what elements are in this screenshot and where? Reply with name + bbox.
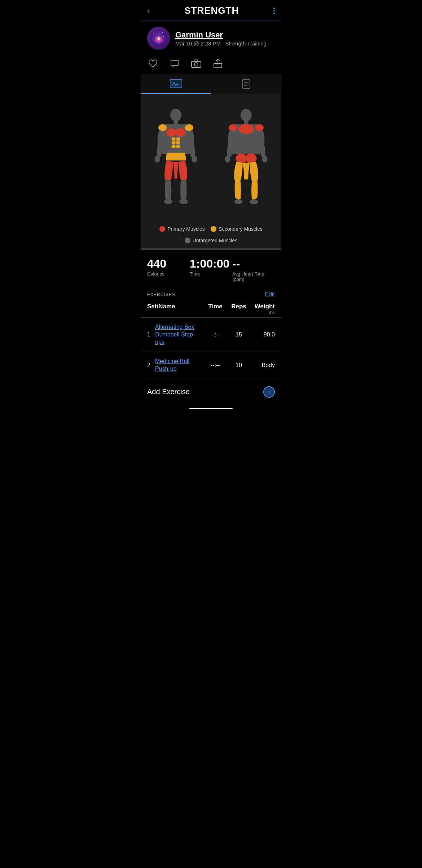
tabs [141, 74, 281, 94]
edit-button[interactable]: Edit [265, 291, 275, 298]
svg-rect-21 [174, 121, 178, 124]
svg-point-23 [176, 128, 185, 137]
user-name[interactable]: Garmin User [175, 30, 267, 40]
svg-point-31 [185, 124, 193, 131]
svg-point-32 [154, 156, 160, 163]
svg-text:✦: ✦ [162, 31, 163, 34]
add-exercise-button[interactable]: + [263, 386, 275, 398]
table-row: 1 Alternating Box Dumbbell Step-ups --:-… [141, 318, 281, 352]
svg-point-38 [238, 124, 254, 134]
svg-point-36 [241, 109, 252, 122]
svg-point-46 [250, 199, 258, 204]
svg-point-7 [158, 38, 160, 40]
row-weight-2: Body [250, 362, 275, 369]
row-reps-2: 10 [228, 362, 250, 369]
col-header-time: Time [203, 303, 228, 315]
svg-rect-27 [176, 141, 180, 145]
svg-point-44 [246, 154, 257, 163]
hr-value: -- [232, 257, 275, 270]
svg-point-41 [225, 156, 230, 163]
svg-point-40 [255, 124, 264, 131]
row-num-2: 2 [147, 362, 155, 369]
tab-activity[interactable] [141, 74, 211, 94]
exercises-title: EXERCISES [147, 292, 175, 297]
col-header-reps: Reps [228, 303, 250, 315]
calories-label: Calories [147, 271, 190, 277]
svg-point-30 [158, 124, 167, 131]
secondary-dot [211, 226, 216, 232]
svg-point-34 [164, 199, 172, 204]
stat-time: 1:00:00 Time [190, 257, 232, 282]
svg-text:✦: ✦ [153, 33, 155, 35]
front-body-figure [148, 103, 204, 219]
header: ‹ STRENGTH [141, 0, 281, 21]
user-section: ✦ ✦ ✦ Garmin User Mar 10 @ 2:28 PM · Str… [141, 21, 281, 56]
table-row: 2 Medicine Ball Push-up --:-- 10 Body [141, 352, 281, 379]
svg-point-43 [236, 154, 247, 163]
add-exercise-label: Add Exercise [147, 388, 190, 396]
svg-point-45 [234, 199, 243, 204]
muscle-legend: Primary Muscles Secondary Muscles Untarg… [141, 222, 281, 245]
svg-rect-24 [172, 137, 176, 141]
user-meta: Mar 10 @ 2:28 PM · Strength Training [175, 40, 267, 47]
row-num-1: 1 [147, 331, 155, 338]
row-weight-1: 90.0 [250, 331, 275, 338]
action-bar [141, 56, 281, 74]
row-reps-1: 15 [228, 331, 250, 338]
user-info: Garmin User Mar 10 @ 2:28 PM · Strength … [175, 30, 267, 47]
row-name-2[interactable]: Medicine Ball Push-up [155, 358, 203, 373]
stats-section: 440 Calories 1:00:00 Time -- Avg Heart R… [141, 250, 281, 288]
svg-rect-11 [192, 61, 201, 67]
row-time-2: --:-- [203, 362, 228, 369]
avatar: ✦ ✦ ✦ [147, 27, 170, 50]
row-name-1[interactable]: Alternating Box Dumbbell Step-ups [155, 323, 203, 346]
share-button[interactable] [212, 58, 224, 69]
stat-hr: -- Avg Heart Rate (bpm) [232, 257, 275, 282]
comment-button[interactable] [169, 58, 180, 69]
legend-untargeted: Untargeted Muscles [148, 238, 274, 243]
back-body-figure [218, 103, 274, 219]
col-header-name: Set/Name [147, 303, 203, 315]
svg-rect-26 [172, 141, 176, 145]
back-button[interactable]: ‹ [147, 6, 150, 16]
primary-label: Primary Muscles [167, 226, 205, 232]
svg-point-33 [192, 156, 197, 163]
svg-point-42 [262, 156, 268, 163]
time-label: Time [190, 271, 232, 277]
svg-point-39 [229, 124, 237, 131]
legend-primary: Primary Muscles [159, 226, 205, 232]
svg-point-22 [166, 128, 176, 137]
svg-rect-37 [244, 121, 249, 124]
svg-rect-15 [170, 80, 182, 88]
bottom-bar [141, 405, 281, 414]
untargeted-dot [185, 238, 190, 243]
time-value: 1:00:00 [190, 257, 232, 270]
muscle-section: Primary Muscles Secondary Muscles Untarg… [141, 94, 281, 248]
svg-point-20 [170, 109, 181, 122]
table-header: Set/Name Time Reps Weight lbs [141, 301, 281, 318]
exercises-header: EXERCISES Edit [141, 288, 281, 301]
svg-point-12 [194, 63, 198, 66]
primary-dot [159, 226, 165, 232]
svg-rect-25 [176, 137, 180, 141]
legend-secondary: Secondary Muscles [211, 226, 263, 232]
stat-calories: 440 Calories [147, 257, 190, 282]
secondary-label: Secondary Muscles [219, 226, 263, 232]
svg-rect-29 [176, 145, 180, 148]
like-button[interactable] [147, 58, 159, 69]
hr-label: Avg Heart Rate (bpm) [232, 271, 275, 282]
camera-button[interactable] [190, 58, 202, 69]
tab-details[interactable] [211, 74, 281, 94]
more-button[interactable] [273, 8, 275, 14]
calories-value: 440 [147, 257, 190, 270]
body-diagrams [141, 100, 281, 222]
bottom-indicator [189, 408, 233, 409]
svg-rect-28 [172, 145, 176, 148]
svg-point-35 [179, 199, 188, 204]
row-time-1: --:-- [203, 331, 228, 338]
add-exercise-section[interactable]: Add Exercise + [141, 379, 281, 405]
untargeted-label: Untargeted Muscles [193, 238, 238, 243]
col-header-weight: Weight lbs [250, 303, 275, 315]
exercise-rows: 1 Alternating Box Dumbbell Step-ups --:-… [141, 318, 281, 379]
page-title: STRENGTH [184, 5, 239, 16]
